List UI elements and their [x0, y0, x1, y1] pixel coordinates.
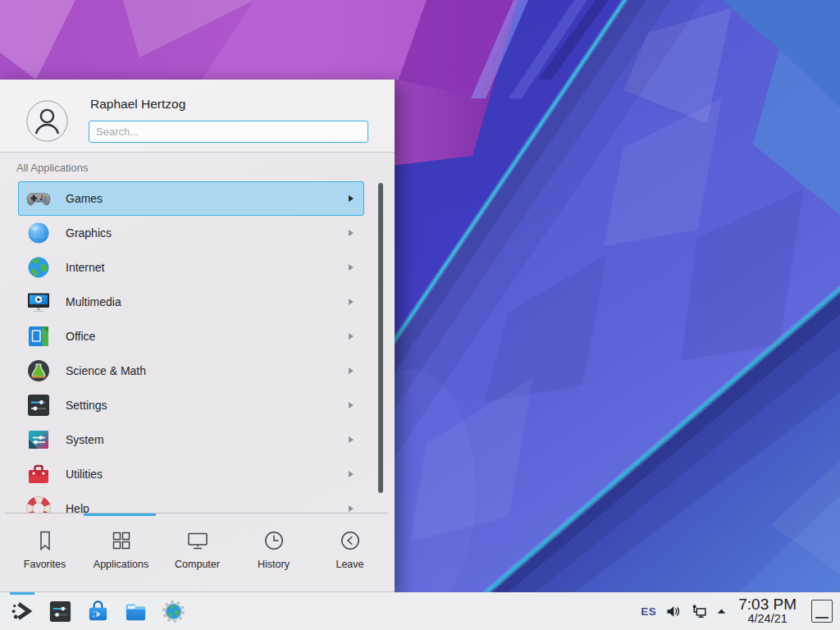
active-task-indicator [10, 592, 34, 595]
user-name: Raphael Hertzog [90, 97, 185, 112]
section-label: All Applications [16, 162, 88, 174]
submenu-arrow-icon [349, 368, 354, 374]
category-office[interactable]: Office [18, 319, 364, 354]
expand-tray-icon [715, 605, 728, 618]
taskbar: ES 7:03 PM 4/24/21 [0, 592, 840, 630]
category-science-math[interactable]: Science & Math [18, 354, 364, 388]
discover-icon [85, 599, 111, 624]
tray-network[interactable] [690, 603, 707, 620]
submenu-arrow-icon [349, 230, 354, 236]
category-internet[interactable]: Internet [18, 250, 364, 285]
submenu-arrow-icon [349, 264, 354, 271]
submenu-arrow-icon [349, 505, 354, 512]
taskbar-discover[interactable] [79, 592, 116, 630]
tab-label: Computer [175, 559, 220, 570]
tab-applications[interactable]: Applications [83, 519, 159, 590]
category-graphics[interactable]: Graphics [18, 216, 364, 250]
tab-favorites[interactable]: Favorites [7, 519, 83, 590]
launcher-tab-bar: FavoritesApplicationsComputerHistoryLeav… [7, 519, 388, 590]
history-icon [262, 528, 286, 553]
games-icon [25, 185, 52, 212]
applications-icon [109, 528, 134, 553]
favorites-icon [33, 528, 57, 553]
folder-icon [123, 599, 148, 624]
launcher-header: Raphael Hertzog [0, 80, 395, 153]
globe-gear-icon [161, 599, 186, 624]
kickoff-icon [10, 599, 35, 624]
taskbar-pinned-apps [0, 592, 192, 630]
submenu-arrow-icon [349, 402, 354, 409]
tray-volume[interactable] [664, 603, 682, 620]
application-launcher-popup: Raphael Hertzog All Applications GamesGr… [0, 80, 395, 592]
show-desktop-button[interactable] [811, 600, 833, 623]
keyboard-layout-indicator[interactable]: ES [641, 605, 656, 618]
category-multimedia[interactable]: Multimedia [18, 285, 364, 319]
internet-icon [25, 254, 52, 281]
category-settings[interactable]: Settings [18, 388, 364, 422]
category-label: Games [66, 192, 103, 205]
tab-history[interactable]: History [235, 519, 312, 590]
submenu-arrow-icon [349, 299, 354, 305]
leave-icon [338, 528, 363, 553]
multimedia-icon [25, 289, 52, 315]
category-label: Graphics [66, 226, 112, 240]
graphics-icon [25, 220, 52, 246]
category-system[interactable]: System [18, 422, 364, 457]
category-label: Multimedia [66, 295, 121, 308]
submenu-arrow-icon [349, 333, 354, 340]
tab-label: Favorites [24, 559, 66, 570]
category-label: Internet [66, 261, 104, 274]
taskbar-system-settings[interactable] [41, 592, 79, 630]
tab-label: Leave [336, 559, 363, 570]
clock-time: 7:03 PM [738, 596, 797, 614]
network-icon [690, 603, 707, 620]
category-label: System [66, 433, 104, 446]
user-icon [26, 100, 68, 142]
tab-label: History [258, 559, 290, 570]
category-label: Science & Math [66, 364, 146, 377]
category-label: Settings [66, 399, 107, 412]
taskbar-web-browser[interactable] [154, 592, 192, 630]
category-utilities[interactable]: Utilities [18, 457, 364, 491]
help-icon [25, 495, 52, 513]
category-games[interactable]: Games [18, 181, 364, 216]
system-tray: ES 7:03 PM 4/24/21 [641, 592, 840, 630]
active-tab-indicator [84, 514, 156, 516]
category-help[interactable]: Help [18, 491, 364, 513]
desktop: Raphael Hertzog All Applications GamesGr… [0, 0, 840, 630]
clock-date: 4/24/21 [738, 613, 797, 626]
category-label: Help [66, 502, 89, 513]
system-icon [25, 427, 52, 453]
tab-label: Applications [94, 559, 148, 570]
separator [5, 513, 388, 514]
category-label: Utilities [66, 468, 103, 481]
submenu-arrow-icon [349, 195, 354, 202]
taskbar-app-launcher[interactable] [3, 592, 41, 630]
tab-computer[interactable]: Computer [159, 519, 235, 590]
volume-icon [664, 603, 682, 620]
taskbar-file-manager[interactable] [116, 592, 154, 630]
scrollbar[interactable] [378, 183, 383, 493]
systemsettings-icon [48, 599, 73, 624]
computer-icon [185, 528, 210, 553]
settings-icon [25, 392, 52, 418]
category-label: Office [66, 330, 95, 343]
utilities-icon [25, 461, 52, 487]
avatar[interactable] [26, 100, 68, 142]
clock[interactable]: 7:03 PM 4/24/21 [738, 596, 797, 626]
science-icon [25, 358, 52, 384]
tray-icons [664, 603, 728, 620]
submenu-arrow-icon [349, 436, 354, 443]
submenu-arrow-icon [349, 471, 354, 477]
tab-leave[interactable]: Leave [312, 519, 388, 590]
search-input[interactable] [89, 121, 368, 143]
office-icon [25, 323, 52, 349]
category-list: GamesGraphicsInternetMultimediaOfficeSci… [0, 181, 395, 513]
tray-expand-tray[interactable] [715, 605, 728, 618]
